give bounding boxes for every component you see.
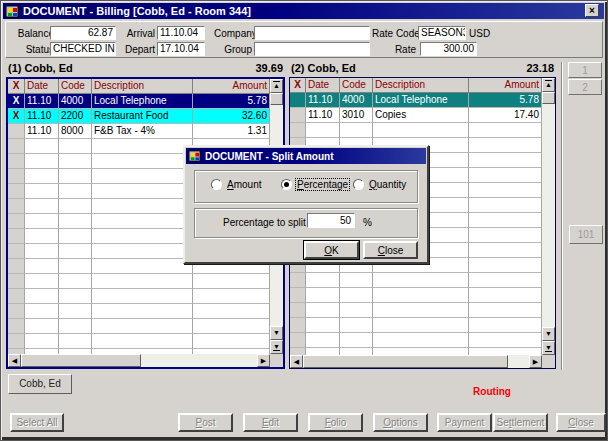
cell [59,199,92,214]
cell [8,244,25,259]
cell [25,274,59,289]
scroll-left-icon[interactable]: ◀ [290,355,303,368]
cell [193,304,270,319]
close-icon[interactable]: × [585,4,599,17]
cell [8,289,25,304]
payment-button[interactable]: Payment [437,413,492,432]
cell: Local Telephone [92,94,193,109]
cell [8,274,25,289]
cell [25,199,59,214]
cell: 4000 [340,93,373,108]
cell [92,184,193,199]
cell [92,229,193,244]
cell [59,139,92,154]
table-row[interactable]: 11.104000Local Telephone5.78 [290,93,542,108]
cell [469,183,542,198]
company-value [254,26,370,40]
arrival-label: Arrival [119,28,155,39]
rate-code-value: SEASON3 [418,26,466,40]
guest-folio-tab[interactable]: Cobb, Ed [8,374,72,394]
cell: 11.10 [25,124,59,139]
scroll-bottom-icon[interactable]: ▼ [542,341,555,355]
scroll-down-icon[interactable]: ▼ [542,327,555,341]
table-row [8,304,270,319]
percentage-radio[interactable]: Percentage [281,179,349,190]
cell [92,154,193,169]
table-row[interactable]: X11.104000Local Telephone5.78 [8,94,270,109]
scroll-bottom-icon[interactable]: ▼ [270,340,283,354]
cell [290,93,306,108]
window-button-101[interactable]: 101 [569,225,603,244]
folio-button[interactable]: Folio [308,413,363,432]
cell [469,273,542,288]
cell [290,273,306,288]
post-button[interactable]: Post [178,413,233,432]
scrollbar-track[interactable] [141,354,257,367]
window-button-1[interactable]: 1 [568,62,602,78]
scroll-left-icon[interactable]: ◀ [8,354,21,367]
radio-circle-icon[interactable] [353,179,364,190]
arrival-value: 11.10.04 [157,26,205,40]
cell [469,198,542,213]
radio-circle-icon[interactable] [281,179,292,190]
scroll-down-icon[interactable]: ▼ [270,326,283,340]
cell: Restaurant Food [92,109,193,124]
column-header-code: Code [340,78,373,93]
cell [8,199,25,214]
cell: 2200 [59,109,92,124]
percentage-input[interactable] [307,213,355,228]
reservation-header-panel: Balance 62.87 Status CHECKED IN Arrival … [5,21,603,58]
edit-button[interactable]: Edit [243,413,298,432]
scrollbar-thumb[interactable] [270,93,283,105]
cell [340,318,373,333]
scrollbar-track[interactable] [508,355,529,368]
table-row[interactable]: X11.102200Restaurant Food32.60 [8,109,270,124]
close-button[interactable]: Close [556,413,606,432]
cell [373,273,469,288]
folio1-horizontal-scrollbar[interactable]: ◀ ▶ [8,354,270,367]
cell: Local Telephone [373,93,469,108]
cell [340,303,373,318]
folio2-horizontal-scrollbar[interactable]: ◀ ▶ [290,355,542,368]
cell [8,169,25,184]
group-value [254,42,370,56]
table-row[interactable]: 11.108000F&B Tax - 4%1.31 [8,124,270,139]
options-button[interactable]: Options [373,413,428,432]
cell [8,319,25,334]
folio2-vertical-scrollbar[interactable]: ▲ ▼ ▼ [542,78,555,355]
cell [25,154,59,169]
table-row [290,123,542,138]
column-header-amount: Amount [193,79,270,94]
window-title: DOCUMENT - Billing [Cobb, Ed - Room 344] [23,5,251,17]
scrollbar-thumb[interactable] [542,92,555,104]
ok-button[interactable]: OK [304,241,359,259]
radio-circle-icon[interactable] [211,179,222,190]
scrollbar-track[interactable] [542,104,555,327]
table-row[interactable]: 11.103010Copies17.40 [290,108,542,123]
quantity-radio[interactable]: Quantity [353,179,407,190]
folio2-total: 23.18 [526,62,554,76]
dialog-close-button[interactable]: Close [363,241,418,259]
cell: 17.40 [469,108,542,123]
cell [92,199,193,214]
table-row [8,289,270,304]
cell [25,334,59,349]
scroll-right-icon[interactable]: ▶ [529,355,542,368]
scroll-top-icon[interactable]: ▲ [270,79,283,93]
cell [8,124,25,139]
scroll-right-icon[interactable]: ▶ [257,354,270,367]
cell [306,123,340,138]
table-row [8,334,270,349]
cell: 32.60 [193,109,270,124]
cell [290,123,306,138]
amount-radio[interactable]: Amount [211,179,262,190]
scrollbar-corner [270,354,283,367]
select-all-button[interactable]: Select All [10,413,64,432]
cell [469,243,542,258]
window-button-2[interactable]: 2 [568,79,602,95]
scrollbar-thumb[interactable] [303,355,508,368]
scrollbar-thumb[interactable] [21,354,141,367]
settlement-button[interactable]: Settlement [493,413,548,432]
column-header-x: X [290,78,306,93]
scroll-top-icon[interactable]: ▲ [542,78,555,92]
